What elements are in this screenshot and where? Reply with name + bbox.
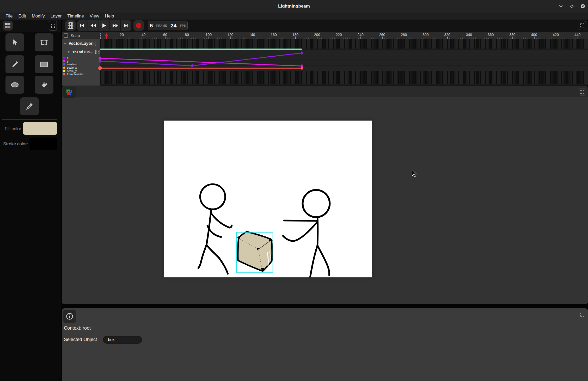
context-panel: Context: root Selected Object box <box>62 308 588 381</box>
record-button[interactable] <box>133 20 144 31</box>
maximize-icon[interactable] <box>569 3 575 9</box>
expand-icon[interactable] <box>579 88 586 96</box>
pencil-tool-button[interactable] <box>5 55 24 73</box>
expand-icon[interactable] <box>49 21 57 31</box>
ruler-label: 320 <box>444 33 450 37</box>
menu-item-modify[interactable]: Modify <box>29 13 48 20</box>
property-row-rotation[interactable]: rotation <box>62 63 100 66</box>
expand-icon[interactable] <box>579 311 586 318</box>
stick-figure-left[interactable] <box>198 184 232 274</box>
property-row-y[interactable]: y <box>62 59 100 63</box>
collapse-triangle-icon[interactable]: ▼ <box>64 42 66 45</box>
skip-to-end-button[interactable] <box>121 20 131 31</box>
menu-item-layer[interactable]: Layer <box>48 13 65 20</box>
menu-item-help[interactable]: Help <box>102 13 117 20</box>
tool-sidebar-header <box>0 20 61 32</box>
film-strip-icon[interactable] <box>65 20 76 31</box>
ruler-tick <box>491 37 491 39</box>
ruler-label: 140 <box>249 33 255 37</box>
ruler-label: 400 <box>531 33 537 37</box>
fps-value: 24 <box>170 22 176 29</box>
fps-unit-label: FPS <box>180 24 186 27</box>
timeline-toolbar: 6 FRAME 24 FPS <box>62 20 588 32</box>
window-controls <box>558 0 586 13</box>
window-title: Lightningbeam <box>0 0 588 13</box>
keyframe-x[interactable] <box>301 51 303 55</box>
keyframe-x[interactable] <box>191 64 193 67</box>
sublayer-swatch-button[interactable] <box>95 50 96 54</box>
ruler-tick <box>209 37 209 39</box>
timeline-tracks[interactable]: 0204060801001201401601802002202402602803… <box>100 32 588 86</box>
divider <box>2 119 57 120</box>
paint-bucket-tool-button[interactable] <box>35 76 53 94</box>
collapse-triangle-icon[interactable]: ▼ <box>67 50 70 53</box>
ruler-label: 200 <box>314 33 320 37</box>
ruler-tick <box>122 37 122 39</box>
sublayer-curve-toggle-button[interactable]: ~ <box>98 50 100 54</box>
sublayer-row[interactable]: ▼ 151ad70a... ~ <box>62 48 100 55</box>
keyframe-frameNumber[interactable] <box>301 67 303 70</box>
shapes-icon[interactable] <box>63 87 76 98</box>
layer-frames-track[interactable] <box>100 39 588 49</box>
keyframe-x[interactable] <box>99 60 101 63</box>
rewind-button[interactable] <box>88 20 99 31</box>
close-icon[interactable] <box>580 3 586 9</box>
ruler-tick <box>578 37 578 39</box>
ruler-tick <box>404 37 405 39</box>
snap-checkbox[interactable] <box>64 33 68 38</box>
playhead[interactable] <box>105 33 108 39</box>
property-color-dot <box>63 57 65 59</box>
property-name: frameNumber <box>67 73 84 76</box>
expand-icon[interactable] <box>579 21 586 30</box>
stick-figure-right[interactable] <box>283 190 330 277</box>
selected-object-input[interactable]: box <box>103 336 142 344</box>
ruler-tick <box>165 37 166 39</box>
tool-sidebar: Fill color: Stroke color: <box>0 20 61 381</box>
fast-forward-button[interactable] <box>110 20 120 31</box>
eyedropper-tool-button[interactable] <box>20 97 39 115</box>
select-tool-button[interactable] <box>5 33 24 51</box>
ruler-label: 220 <box>336 33 342 37</box>
play-button[interactable] <box>99 20 109 31</box>
ruler-label: 360 <box>488 33 494 37</box>
menu-item-view[interactable]: View <box>87 13 102 20</box>
info-icon[interactable] <box>63 310 76 323</box>
fill-color-swatch[interactable] <box>23 122 57 135</box>
minimize-icon[interactable] <box>558 3 564 9</box>
skip-to-start-button[interactable] <box>77 20 88 31</box>
property-row-framenumber[interactable]: frameNumber <box>62 73 100 76</box>
ruler-tick <box>187 37 187 39</box>
property-name: x <box>67 56 69 59</box>
box-object[interactable] <box>237 232 273 272</box>
rectangle-tool-button[interactable] <box>35 55 53 73</box>
keyframe-curves-area[interactable] <box>100 50 588 71</box>
stage-canvas[interactable] <box>164 121 372 277</box>
property-name: rotation <box>67 63 77 66</box>
menu-item-edit[interactable]: Edit <box>15 13 29 20</box>
property-row-scale_y[interactable]: scale_y <box>62 69 100 73</box>
ruler-label: 40 <box>142 33 146 37</box>
property-row-x[interactable]: x <box>62 56 100 59</box>
menu-item-timeline[interactable]: Timeline <box>64 13 87 20</box>
ruler-tick <box>144 37 144 39</box>
layer-row-vectorlayer[interactable]: ▼ VectorLayer [L] <box>62 39 100 48</box>
property-color-dot <box>63 63 65 66</box>
frames-track[interactable] <box>100 71 588 84</box>
panel-grid-button[interactable] <box>3 21 13 31</box>
property-name: scale_y <box>67 69 77 73</box>
property-row-scale_x[interactable]: scale_x <box>62 66 100 69</box>
property-color-dot <box>63 60 65 62</box>
timeline-ruler[interactable]: 0204060801001201401601802002202402602803… <box>100 32 588 39</box>
ellipse-tool-button[interactable] <box>5 76 24 94</box>
menu-item-file[interactable]: File <box>3 13 15 20</box>
transport-controls <box>77 20 131 31</box>
keyframe-frameNumber[interactable] <box>98 66 102 70</box>
fill-color-label: Fill color: <box>5 126 22 132</box>
path-tool-button[interactable] <box>35 33 53 51</box>
stroke-color-swatch[interactable] <box>29 138 57 150</box>
ruler-tick <box>339 37 339 39</box>
ruler-label: 380 <box>509 33 515 37</box>
keyframe-y[interactable] <box>99 57 101 60</box>
clip-duration-bar[interactable] <box>100 49 302 50</box>
frame-value: 6 <box>150 22 153 29</box>
